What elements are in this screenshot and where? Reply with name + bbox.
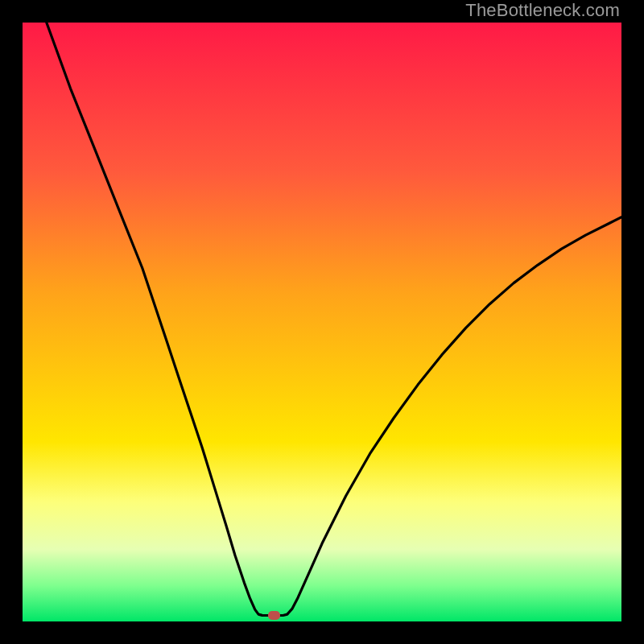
chart-frame: TheBottleneck.com bbox=[0, 0, 644, 644]
watermark-text: TheBottleneck.com bbox=[465, 0, 620, 21]
bottleneck-curve bbox=[23, 23, 621, 621]
optimum-marker bbox=[268, 611, 280, 620]
plot-area bbox=[23, 23, 621, 621]
